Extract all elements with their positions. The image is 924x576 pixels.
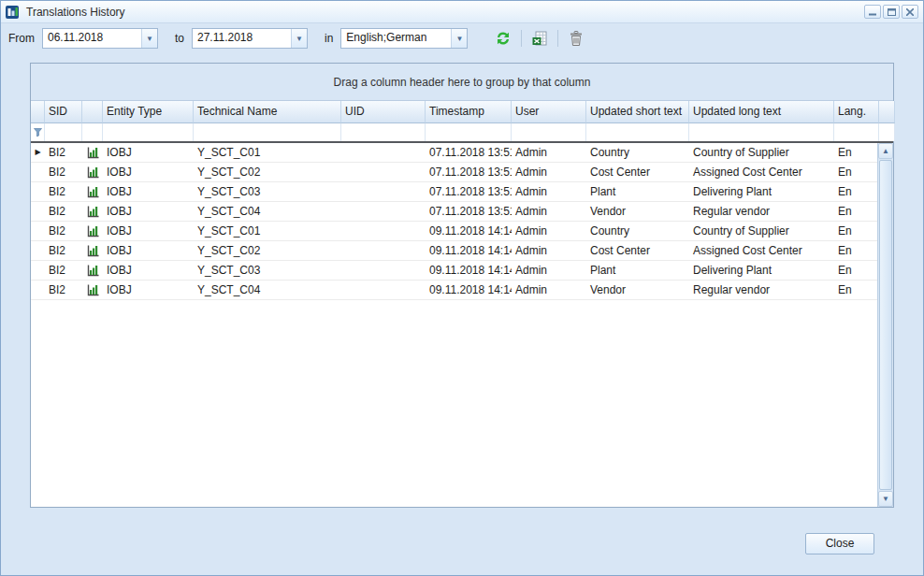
export-excel-icon: [532, 31, 547, 46]
scrollbar-thumb[interactable]: [879, 160, 892, 490]
column-header-updated-short-text[interactable]: Updated short text: [586, 101, 689, 123]
column-header-user[interactable]: User: [512, 101, 586, 123]
cell-user: Admin: [512, 202, 586, 222]
column-header-timestamp[interactable]: Timestamp: [426, 101, 512, 123]
titlebar: Translations History: [1, 1, 923, 23]
filter-cell-uid[interactable]: [341, 123, 426, 141]
refresh-button[interactable]: [492, 27, 514, 50]
table-row[interactable]: ▶ BI2 IOBJ Y_SCT_C02 07.11.2018 13:51 Ad…: [31, 163, 877, 182]
table-row[interactable]: ▶ BI2 IOBJ Y_SCT_C01 09.11.2018 14:14 Ad…: [31, 222, 877, 241]
cell-lang: En: [834, 222, 879, 241]
column-header-lang[interactable]: Lang.: [834, 101, 879, 123]
filter-indicator-cell[interactable]: [31, 123, 45, 141]
cell-technical-name: Y_SCT_C01: [194, 143, 341, 163]
column-header-entity-type[interactable]: Entity Type: [103, 101, 194, 123]
cell-sid: BI2: [45, 281, 82, 300]
cell-sid: BI2: [45, 163, 82, 182]
row-indicator-cell: ▶: [31, 182, 45, 202]
close-dialog-button[interactable]: Close: [805, 533, 874, 554]
table-row[interactable]: ▶ BI2 IOBJ Y_SCT_C03 09.11.2018 14:14 Ad…: [31, 261, 877, 281]
cell-user: Admin: [512, 222, 586, 241]
minimize-button[interactable]: [864, 5, 881, 19]
cell-sid: BI2: [45, 261, 82, 281]
maximize-button[interactable]: [883, 5, 900, 19]
filter-cell-lang[interactable]: [834, 123, 879, 141]
cell-user: Admin: [512, 241, 586, 261]
cell-entity-icon: [82, 143, 103, 163]
row-indicator-cell: ▶: [31, 202, 45, 222]
cell-technical-name: Y_SCT_C04: [194, 202, 341, 222]
filter-cell-updated-short-text[interactable]: [586, 123, 689, 141]
cell-entity-icon: [82, 281, 103, 300]
filter-funnel-icon: [34, 128, 42, 137]
filter-cell-icon[interactable]: [82, 123, 103, 141]
delete-icon: [570, 31, 583, 46]
row-indicator-cell: ▶: [31, 163, 45, 182]
column-header-filler: [879, 101, 895, 123]
table-row[interactable]: ▶ BI2 IOBJ Y_SCT_C02 09.11.2018 14:14 Ad…: [31, 241, 877, 261]
infoobject-icon: [87, 265, 99, 277]
filter-cell-entity-type[interactable]: [103, 123, 194, 141]
column-header-technical-name[interactable]: Technical Name: [194, 101, 341, 123]
cell-lang: En: [834, 281, 879, 300]
chevron-down-icon[interactable]: ▼: [291, 29, 307, 48]
row-indicator-cell: ▶: [31, 143, 45, 163]
cell-timestamp: 07.11.2018 13:51: [426, 143, 512, 163]
cell-timestamp: 07.11.2018 13:51: [426, 163, 512, 182]
from-date-input[interactable]: 06.11.2018 ▼: [42, 28, 158, 49]
infoobject-icon: [87, 166, 99, 179]
infoobject-icon: [87, 206, 99, 218]
cell-entity-type: IOBJ: [103, 143, 194, 163]
cell-entity-icon: [82, 163, 103, 182]
column-header-updated-long-text[interactable]: Updated long text: [689, 101, 834, 123]
cell-technical-name: Y_SCT_C03: [194, 182, 341, 202]
chevron-down-icon[interactable]: ▼: [141, 29, 157, 48]
group-by-panel[interactable]: Drag a column header here to group by th…: [31, 64, 893, 101]
minimize-icon: [869, 8, 876, 16]
row-indicator-icon: ▶: [35, 143, 40, 162]
vertical-scrollbar[interactable]: ▲ ▼: [877, 143, 893, 507]
language-select[interactable]: English;German ▼: [340, 28, 468, 49]
row-indicator-cell: ▶: [31, 222, 45, 241]
filter-cell-user[interactable]: [512, 123, 586, 141]
filter-cell-sid[interactable]: [45, 123, 82, 141]
filter-cell-technical-name[interactable]: [194, 123, 341, 141]
toolbar-icons: [492, 27, 587, 50]
window-title: Translations History: [26, 6, 125, 19]
translations-history-window: Translations History From 06.11.2018 ▼ t…: [0, 0, 924, 576]
grid-rows: ▶ BI2 IOBJ Y_SCT_C01 07.11.2018 13:51 Ad…: [31, 143, 877, 300]
cell-updated-long-text: Assigned Cost Center: [689, 241, 834, 261]
column-header-sid[interactable]: SID: [45, 101, 82, 123]
export-excel-button[interactable]: [528, 27, 551, 50]
table-row[interactable]: ▶ BI2 IOBJ Y_SCT_C04 09.11.2018 14:14 Ad…: [31, 281, 877, 300]
cell-timestamp: 09.11.2018 14:14: [426, 281, 512, 300]
cell-sid: BI2: [45, 202, 82, 222]
close-icon: [906, 8, 914, 16]
filter-cell-updated-long-text[interactable]: [689, 123, 834, 141]
cell-updated-short-text: Country: [586, 222, 689, 241]
chevron-down-icon[interactable]: ▼: [451, 29, 467, 48]
cell-timestamp: 09.11.2018 14:14: [426, 261, 512, 281]
cell-updated-long-text: Delivering Plant: [689, 261, 834, 281]
filter-cell-timestamp[interactable]: [426, 123, 512, 141]
to-label: to: [175, 32, 184, 45]
table-row[interactable]: ▶ BI2 IOBJ Y_SCT_C01 07.11.2018 13:51 Ad…: [31, 143, 877, 163]
cell-updated-long-text: Delivering Plant: [689, 182, 834, 202]
cell-uid: [341, 222, 426, 241]
column-header-icon[interactable]: [82, 101, 103, 123]
cell-timestamp: 07.11.2018 13:51: [426, 182, 512, 202]
close-button[interactable]: [902, 5, 918, 19]
scroll-up-icon[interactable]: ▲: [878, 143, 893, 159]
from-date-value: 06.11.2018: [43, 29, 141, 48]
to-date-input[interactable]: 27.11.2018 ▼: [192, 28, 308, 49]
cell-uid: [341, 261, 426, 281]
delete-button[interactable]: [565, 27, 587, 50]
app-icon: [6, 5, 21, 20]
from-label: From: [8, 32, 35, 45]
table-row[interactable]: ▶ BI2 IOBJ Y_SCT_C04 07.11.2018 13:51 Ad…: [31, 202, 877, 222]
column-header-uid[interactable]: UID: [341, 101, 426, 123]
scroll-down-icon[interactable]: ▼: [878, 491, 893, 507]
table-row[interactable]: ▶ BI2 IOBJ Y_SCT_C03 07.11.2018 13:51 Ad…: [31, 182, 877, 202]
infoobject-icon: [87, 284, 99, 296]
cell-updated-short-text: Plant: [586, 261, 689, 281]
